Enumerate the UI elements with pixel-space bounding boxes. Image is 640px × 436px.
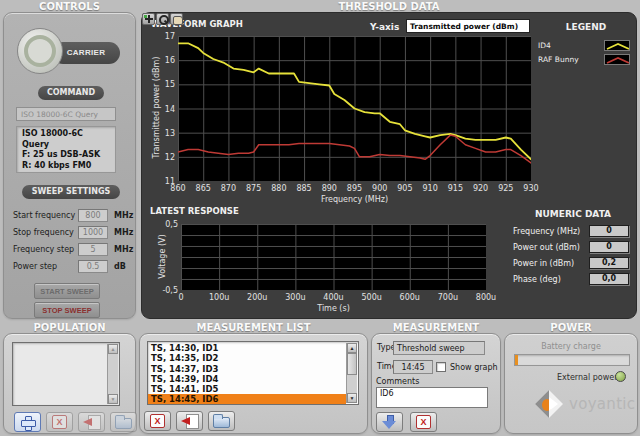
axis-tick: 600u bbox=[398, 293, 422, 302]
numeric-row-label: Power in (dBm) bbox=[513, 259, 589, 268]
show-graph-checkbox[interactable] bbox=[436, 362, 446, 372]
folder-icon bbox=[213, 417, 230, 428]
legend-line-swatch bbox=[604, 54, 630, 65]
numeric-row-value: 0,0 bbox=[589, 273, 629, 285]
numeric-row-value: 0 bbox=[589, 225, 629, 237]
open-population-button[interactable] bbox=[110, 412, 137, 432]
list-item[interactable]: TS, 14:39, ID4 bbox=[148, 374, 346, 384]
scroll-up-icon[interactable]: ▲ bbox=[108, 344, 118, 354]
sweep-field-input[interactable]: 5 bbox=[78, 243, 108, 256]
x-icon bbox=[150, 414, 165, 428]
measurement-panel: Type Threshold sweep Time 14:45 Show gra… bbox=[371, 333, 501, 434]
pan-tool-icon[interactable] bbox=[170, 13, 183, 25]
controls-panel-title: CONTROLS bbox=[3, 1, 136, 12]
numeric-row-value: 0 bbox=[589, 241, 629, 253]
waveform-x-axis-label: Frequency (MHz) bbox=[178, 195, 531, 204]
command-selector[interactable]: ISO 18000-6C Query bbox=[16, 107, 116, 121]
controls-panel: CARRIER COMMAND ISO 18000-6C Query ISO 1… bbox=[3, 12, 136, 319]
legend-line-swatch bbox=[604, 40, 630, 51]
store-measurement-button[interactable] bbox=[376, 412, 403, 432]
yaxis-selector[interactable]: Transmitted power (dBm) bbox=[406, 19, 530, 33]
scroll-up-icon[interactable]: ▲ bbox=[347, 343, 357, 353]
response-graph-tools bbox=[142, 13, 184, 32]
remove-tag-button[interactable] bbox=[46, 412, 73, 432]
sweep-field-unit: MHz bbox=[114, 211, 133, 220]
numeric-row: Frequency (MHz)0 bbox=[513, 225, 629, 237]
zoom-tool-icon[interactable] bbox=[156, 13, 169, 25]
axis-tick: 930 bbox=[519, 184, 543, 193]
legend-entry[interactable]: RAF Bunny bbox=[538, 52, 630, 66]
axis-tick: 15 bbox=[151, 80, 175, 89]
x-icon bbox=[416, 415, 431, 429]
legend-entry-label: RAF Bunny bbox=[538, 55, 579, 64]
voyantic-logo-icon bbox=[533, 388, 565, 420]
discard-measurement-button[interactable] bbox=[410, 412, 437, 432]
axis-tick: 865 bbox=[191, 184, 215, 193]
sweep-field-row: Frequency step5MHz bbox=[13, 243, 133, 260]
axis-tick: 910 bbox=[418, 184, 442, 193]
scroll-down-icon[interactable]: ▼ bbox=[347, 393, 357, 403]
import-tag-button[interactable] bbox=[78, 412, 105, 432]
axis-tick: 885 bbox=[292, 184, 316, 193]
axis-tick: -0,5 bbox=[154, 286, 178, 295]
brand-logo: voyantic bbox=[533, 387, 635, 421]
scroll-down-icon[interactable]: ▼ bbox=[108, 394, 118, 404]
arrow-down-icon bbox=[382, 415, 397, 430]
delete-measurement-button[interactable] bbox=[144, 411, 171, 431]
list-item[interactable]: TS, 14:35, ID2 bbox=[148, 353, 346, 363]
sweep-field-unit: dB bbox=[114, 262, 126, 271]
axis-tick: 300u bbox=[283, 293, 307, 302]
axis-tick: 200u bbox=[245, 293, 269, 302]
waveform-plot[interactable] bbox=[178, 36, 531, 181]
sweep-field-label: Power step bbox=[13, 262, 57, 271]
list-item[interactable]: TS, 14:41, ID5 bbox=[148, 384, 346, 394]
scrollbar-thumb[interactable] bbox=[347, 353, 357, 375]
axis-tick: 905 bbox=[393, 184, 417, 193]
carrier-toggle-button[interactable] bbox=[17, 28, 63, 74]
axis-tick: 895 bbox=[343, 184, 367, 193]
threshold-panel-title: THRESHOLD DATA bbox=[141, 1, 637, 12]
legend-entry-label: ID4 bbox=[538, 41, 551, 50]
axis-tick: 870 bbox=[216, 184, 240, 193]
measurement-list-scrollbar[interactable]: ▲ ▼ bbox=[346, 343, 357, 403]
axis-tick: 0,5 bbox=[154, 220, 178, 229]
axis-tick: 880 bbox=[267, 184, 291, 193]
add-tag-button[interactable] bbox=[14, 412, 41, 432]
numeric-data-rows: Frequency (MHz)0Power out (dBm)0Power in… bbox=[513, 225, 629, 289]
yaxis-selector-label: Y-axis bbox=[370, 22, 399, 32]
axis-tick: 17 bbox=[151, 32, 175, 41]
axis-tick: 13 bbox=[151, 129, 175, 138]
cursor-tool-icon[interactable] bbox=[142, 13, 155, 25]
sweep-field-input[interactable]: 0.5 bbox=[78, 260, 108, 273]
response-plot[interactable] bbox=[181, 224, 486, 290]
sweep-field-unit: MHz bbox=[114, 228, 133, 237]
battery-charge-label: Battery charge bbox=[505, 342, 637, 351]
numeric-row-label: Power out (dBm) bbox=[513, 243, 589, 252]
measurement-list-buttons bbox=[144, 411, 235, 431]
numeric-row-label: Phase (deg) bbox=[513, 275, 589, 284]
start-sweep-button[interactable]: START SWEEP bbox=[34, 283, 100, 299]
list-item[interactable]: TS, 14:30, ID1 bbox=[148, 343, 346, 353]
save-measurement-button[interactable] bbox=[176, 411, 203, 431]
sweep-field-row: Start frequency800MHz bbox=[13, 209, 133, 226]
population-listbox[interactable]: ▲ ▼ bbox=[12, 342, 120, 406]
axis-tick: 900 bbox=[368, 184, 392, 193]
x-icon bbox=[52, 415, 67, 429]
command-details: ISO 18000-6C Query F: 25 us DSB-ASK R: 4… bbox=[16, 126, 116, 173]
sweep-field-input[interactable]: 1000 bbox=[78, 226, 108, 239]
measurement-list-panel: TS, 14:30, ID1TS, 14:35, ID2TS, 14:37, I… bbox=[139, 333, 368, 434]
comments-input[interactable]: ID6 bbox=[376, 387, 488, 408]
comments-label: Comments bbox=[376, 377, 419, 386]
legend-entry[interactable]: ID4 bbox=[538, 38, 630, 52]
axis-tick: 875 bbox=[242, 184, 266, 193]
list-item[interactable]: TS, 14:37, ID3 bbox=[148, 364, 346, 374]
open-measurement-button[interactable] bbox=[208, 411, 235, 431]
population-scrollbar[interactable]: ▲ ▼ bbox=[107, 344, 118, 404]
sweep-field-row: Stop frequency1000MHz bbox=[13, 226, 133, 243]
list-item[interactable]: TS, 14:45, ID6 bbox=[148, 394, 346, 404]
axis-tick: 700u bbox=[436, 293, 460, 302]
sweep-field-label: Stop frequency bbox=[13, 228, 74, 237]
sweep-field-input[interactable]: 800 bbox=[78, 209, 108, 222]
measurement-listbox[interactable]: TS, 14:30, ID1TS, 14:35, ID2TS, 14:37, I… bbox=[147, 341, 359, 405]
stop-sweep-button[interactable]: STOP SWEEP bbox=[34, 302, 100, 318]
